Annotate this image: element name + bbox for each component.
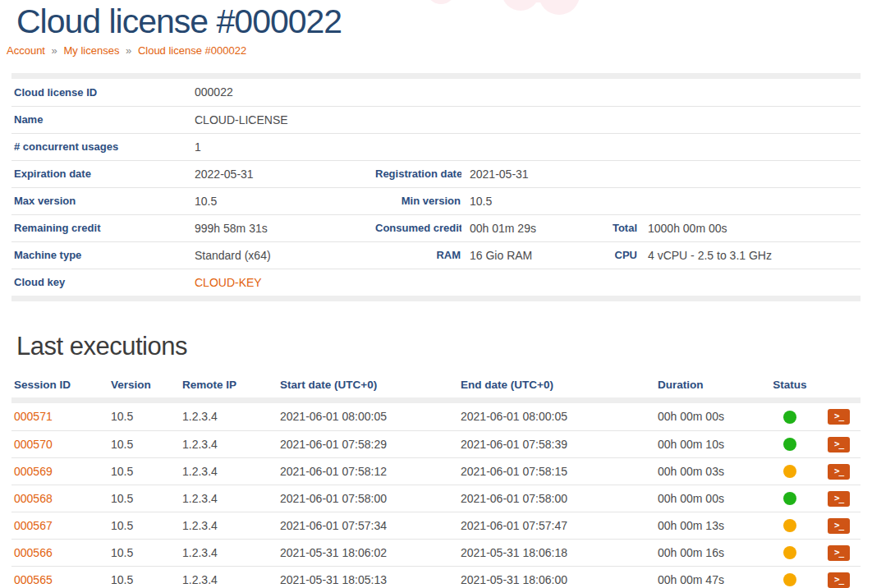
session-id-link[interactable]: 000569: [14, 465, 53, 478]
start-date-cell: 2021-05-31 18:05:13: [278, 566, 458, 588]
duration-cell: 00h 00m 16s: [655, 539, 762, 566]
last-executions-table: Session IDVersionRemote IPStart date (UT…: [11, 374, 861, 588]
session-id-cell: 000568: [11, 485, 108, 512]
version-cell: 10.5: [108, 430, 180, 457]
detail-value: [638, 79, 861, 106]
status-dot-orange: [783, 546, 796, 559]
duration-cell: 00h 00m 10s: [655, 430, 762, 457]
remote-ip-cell: 1.2.3.4: [180, 457, 278, 485]
details-row: Machine typeStandard (x64)RAM16 Gio RAMC…: [11, 241, 861, 269]
detail-label: Min version: [375, 187, 461, 214]
session-id-link[interactable]: 000567: [14, 519, 53, 532]
breadcrumb-separator: »: [52, 44, 57, 57]
executions-header-row: Session IDVersionRemote IPStart date (UT…: [11, 374, 861, 397]
detail-label: Remaining credit: [11, 214, 186, 241]
details-table-body: Cloud license ID000022NameCLOUD-LICENSE#…: [11, 73, 861, 301]
details-row: Max version10.5Min version10.5: [11, 187, 861, 214]
details-row: Cloud keyCLOUD-KEY: [11, 269, 861, 296]
status-cell: [762, 539, 818, 566]
detail-label: [605, 79, 638, 106]
duration-cell: 00h 00m 13s: [655, 512, 762, 539]
status-cell: [762, 512, 818, 539]
end-date-cell: 2021-06-01 07:58:15: [458, 457, 655, 485]
session-id-link[interactable]: 000566: [14, 546, 53, 559]
column-header: Start date (UTC+0): [278, 374, 458, 397]
table-top-strip: [11, 397, 861, 403]
remote-ip-cell: 1.2.3.4: [180, 566, 278, 588]
license-details-table: Cloud license ID000022NameCLOUD-LICENSE#…: [11, 73, 861, 301]
remote-ip-cell: 1.2.3.4: [180, 512, 278, 539]
action-cell: >_: [818, 512, 861, 539]
detail-value: 1000h 00m 00s: [638, 214, 861, 241]
breadcrumb-link-my-licenses[interactable]: My licenses: [63, 44, 119, 57]
terminal-icon[interactable]: >_: [828, 464, 850, 480]
detail-value: 2022-05-31: [186, 160, 375, 187]
action-cell: >_: [818, 403, 861, 430]
version-cell: 10.5: [108, 485, 180, 512]
section-title-last-executions: Last executions: [16, 331, 872, 362]
remote-ip-cell: 1.2.3.4: [180, 485, 278, 512]
column-header: Duration: [655, 374, 762, 397]
terminal-icon[interactable]: >_: [828, 491, 850, 507]
detail-value: 999h 58m 31s: [186, 214, 375, 241]
detail-value: 10.5: [186, 187, 375, 214]
detail-value: [638, 106, 861, 133]
breadcrumb-link-current[interactable]: Cloud license #000022: [138, 44, 246, 57]
cloud-key-link[interactable]: CLOUD-KEY: [195, 276, 262, 289]
details-row: NameCLOUD-LICENSE: [11, 106, 861, 133]
detail-label: Machine type: [11, 241, 186, 269]
duration-cell: 00h 00m 00s: [655, 485, 762, 512]
action-cell: >_: [818, 539, 861, 566]
action-cell: >_: [818, 566, 861, 588]
session-id-link[interactable]: 000571: [14, 410, 53, 423]
detail-label: [375, 79, 461, 106]
status-cell: [762, 485, 818, 512]
detail-label: Name: [11, 106, 186, 133]
execution-row: 00056910.51.2.3.42021-06-01 07:58:122021…: [11, 457, 861, 485]
terminal-icon[interactable]: >_: [828, 409, 850, 425]
version-cell: 10.5: [108, 403, 180, 430]
session-id-link[interactable]: 000565: [14, 573, 53, 586]
terminal-icon[interactable]: >_: [828, 572, 850, 588]
detail-value: [638, 160, 861, 187]
detail-value: 10.5: [461, 187, 605, 214]
status-dot-orange: [783, 465, 796, 478]
breadcrumb-link-account[interactable]: Account: [7, 44, 45, 57]
detail-label: [605, 106, 638, 133]
detail-value: Standard (x64): [186, 241, 375, 269]
version-cell: 10.5: [108, 566, 180, 588]
detail-label: CPU: [605, 241, 638, 269]
duration-cell: 00h 00m 00s: [655, 403, 762, 430]
start-date-cell: 2021-06-01 07:57:34: [278, 512, 458, 539]
column-header: Status: [762, 374, 818, 397]
detail-label: RAM: [375, 241, 461, 269]
session-id-link[interactable]: 000570: [14, 438, 53, 451]
terminal-icon[interactable]: >_: [828, 545, 850, 561]
detail-value: [638, 133, 861, 160]
end-date-cell: 2021-06-01 07:57:47: [458, 512, 655, 539]
detail-label: Total: [605, 214, 638, 241]
session-id-cell: 000569: [11, 457, 108, 485]
session-id-cell: 000566: [11, 539, 108, 566]
status-dot-green: [783, 438, 796, 451]
table-bottom-strip: [11, 296, 861, 301]
detail-value: [461, 133, 605, 160]
detail-label: [375, 133, 461, 160]
version-cell: 10.5: [108, 539, 180, 566]
terminal-icon[interactable]: >_: [828, 437, 850, 452]
end-date-cell: 2021-06-01 08:00:05: [458, 403, 655, 430]
detail-value: 000022: [186, 79, 375, 106]
start-date-cell: 2021-06-01 07:58:29: [278, 430, 458, 457]
detail-value: [638, 187, 861, 214]
action-cell: >_: [818, 485, 861, 512]
status-dot-green: [783, 492, 796, 505]
detail-label: [605, 133, 638, 160]
detail-label: Registration date: [375, 160, 461, 187]
column-header: Session ID: [11, 374, 108, 397]
detail-value: 4 vCPU - 2.5 to 3.1 GHz: [638, 241, 861, 269]
session-id-link[interactable]: 000568: [14, 492, 53, 505]
detail-label: Cloud license ID: [11, 79, 186, 106]
column-header-actions: [818, 374, 861, 397]
end-date-cell: 2021-06-01 07:58:39: [458, 430, 655, 457]
terminal-icon[interactable]: >_: [828, 518, 850, 534]
